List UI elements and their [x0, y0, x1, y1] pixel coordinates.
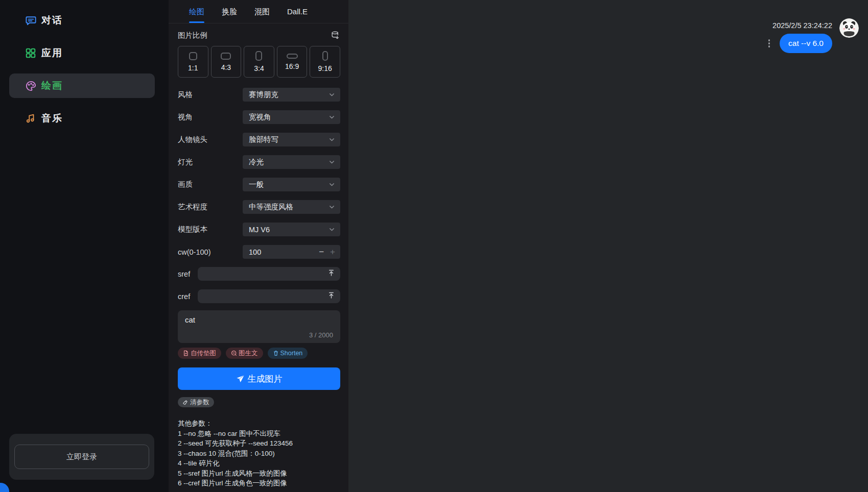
artistry-select[interactable]: 中等强度风格 [243, 200, 340, 214]
field-label-artistry: 艺术程度 [178, 202, 243, 212]
ratio-shape-icon [189, 52, 197, 60]
tab-face-swap[interactable]: 换脸 [222, 0, 237, 23]
file-upload-icon [183, 350, 189, 356]
ratio-shape-icon [221, 53, 231, 60]
chevron-down-icon [329, 136, 335, 143]
char-counter: 3 / 2000 [185, 331, 333, 339]
prompt-textarea[interactable]: cat 3 / 2000 [178, 310, 340, 343]
ratio-button-9-16[interactable]: 9:16 [310, 46, 340, 78]
sidebar: 对话 应用 [0, 0, 169, 492]
ratio-button-4-3[interactable]: 4:3 [211, 46, 242, 78]
help-line: 6 --cref 图片url 生成角色一致的图像 [178, 478, 340, 488]
minus-button[interactable]: − [319, 247, 324, 257]
ratio-shape-icon [255, 51, 262, 61]
import-params-icon[interactable] [331, 31, 340, 40]
chevron-down-icon [329, 226, 335, 233]
help-line: 1 --no 忽略 --no car 图中不出现车 [178, 429, 340, 439]
help-line: 5 --sref 图片url 生成风格一致的图像 [178, 469, 340, 479]
cw-value[interactable]: 100 [249, 248, 319, 256]
help-line: 3 --chaos 10 混合(范围：0-100) [178, 449, 340, 459]
user-message-bubble: cat --v 6.0 [780, 34, 832, 53]
image-to-text-icon [231, 350, 237, 356]
field-label-cw: cw(0-100) [178, 248, 243, 256]
send-icon [236, 375, 245, 383]
prompt-value: cat [185, 315, 333, 324]
music-icon [25, 112, 37, 125]
sidebar-item-label: 绘画 [41, 79, 63, 92]
ratio-shape-icon [287, 54, 298, 59]
apps-grid-icon [25, 47, 37, 59]
ratio-button-3-4[interactable]: 3:4 [244, 46, 274, 78]
field-label-quality: 画质 [178, 180, 243, 189]
sidebar-item-draw[interactable]: 绘画 [9, 73, 155, 98]
clear-params-button[interactable]: 清参数 [178, 397, 214, 407]
field-label-style: 风格 [178, 90, 243, 100]
avatar[interactable] [839, 18, 859, 38]
chevron-down-icon [329, 204, 335, 210]
field-label-view-angle: 视角 [178, 112, 243, 122]
field-label-cref: cref [178, 292, 198, 301]
sidebar-item-chat[interactable]: 对话 [9, 8, 155, 33]
sidebar-item-apps[interactable]: 应用 [9, 41, 155, 65]
field-label-sref: sref [178, 270, 198, 278]
floating-widget-button[interactable] [0, 483, 9, 492]
help-line: 2 --seed 可先获取种子 --seed 123456 [178, 438, 340, 449]
palette-icon [25, 80, 37, 92]
model-version-select[interactable]: MJ V6 [243, 223, 340, 236]
upload-icon[interactable] [327, 291, 335, 301]
shorten-icon [273, 350, 279, 356]
plus-button[interactable]: + [330, 247, 335, 257]
lighting-select[interactable]: 冷光 [243, 155, 340, 169]
sidebar-item-label: 音乐 [41, 112, 63, 125]
tab-dalle[interactable]: Dall.E [287, 0, 308, 23]
style-select[interactable]: 赛博朋克 [243, 88, 340, 102]
cw-stepper: 100 − + [243, 245, 340, 259]
ratio-button-1-1[interactable]: 1:1 [178, 46, 208, 78]
help-title: 其他参数： [178, 419, 340, 429]
panel-tabs: 绘图 换脸 混图 Dall.E [169, 0, 348, 23]
tag-image-to-text[interactable]: 图生文 [226, 348, 263, 359]
login-button[interactable]: 立即登录 [14, 445, 149, 469]
chevron-down-icon [329, 159, 335, 165]
help-line: 4 --tile 碎片化 [178, 458, 340, 469]
tab-blend[interactable]: 混图 [254, 0, 270, 23]
sref-input[interactable] [198, 267, 340, 281]
draw-settings-panel: 绘图 换脸 混图 Dall.E 图片比例 1:1 [169, 0, 348, 492]
login-card: 立即登录 [9, 434, 154, 480]
ratio-section-label: 图片比例 [178, 31, 207, 40]
character-shot-select[interactable]: 脸部特写 [243, 133, 340, 146]
chat-icon [25, 14, 37, 27]
cref-input[interactable] [198, 289, 340, 303]
sidebar-item-music[interactable]: 音乐 [9, 106, 155, 131]
field-label-model-version: 模型版本 [178, 225, 243, 234]
tag-shorten[interactable]: Shorten [268, 348, 308, 359]
view-angle-select[interactable]: 宽视角 [243, 110, 340, 124]
sidebar-item-label: 对话 [41, 14, 63, 27]
message-timestamp: 2025/2/5 23:24:22 [772, 21, 832, 30]
ratio-shape-icon [322, 51, 328, 61]
broom-icon [182, 400, 188, 405]
tag-upload-base-image[interactable]: 自传垫图 [178, 348, 221, 359]
chevron-down-icon [329, 91, 335, 98]
upload-icon[interactable] [327, 269, 335, 279]
app-window: 对话 应用 [0, 0, 868, 492]
field-label-character-shot: 人物镜头 [178, 135, 243, 144]
ratio-button-16-9[interactable]: 16:9 [277, 46, 308, 78]
generate-image-button[interactable]: 生成图片 [178, 367, 340, 390]
chevron-down-icon [329, 114, 335, 120]
field-label-lighting: 灯光 [178, 157, 243, 167]
quality-select[interactable]: 一般 [243, 178, 340, 191]
other-params-help: 其他参数： 1 --no 忽略 --no car 图中不出现车 2 --seed… [178, 419, 340, 488]
ratio-options: 1:1 4:3 3:4 16:9 9:16 [178, 46, 340, 78]
chat-area: 2025/2/5 23:24:22 [348, 0, 868, 492]
tab-draw[interactable]: 绘图 [189, 0, 204, 23]
sidebar-item-label: 应用 [41, 46, 63, 60]
chevron-down-icon [329, 181, 335, 188]
message-menu-icon[interactable] [766, 37, 772, 50]
